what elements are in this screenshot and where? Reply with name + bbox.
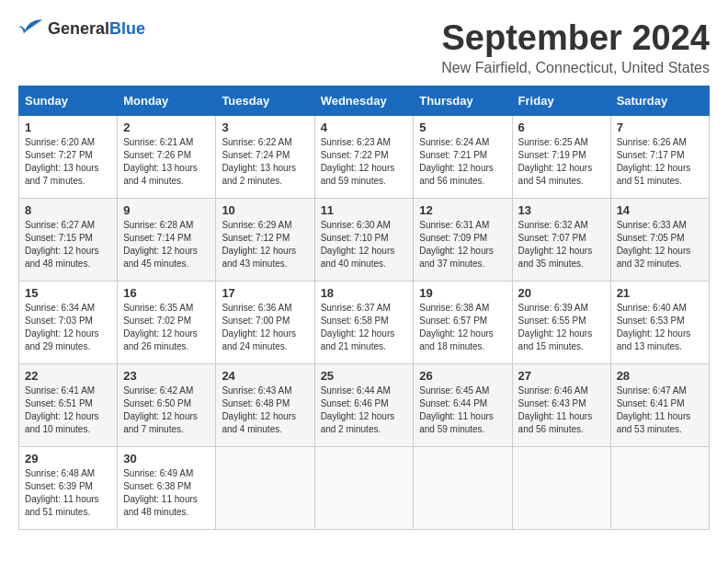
table-row [610,447,709,530]
day-info: Sunrise: 6:49 AMSunset: 6:38 PMDaylight:… [123,467,210,519]
header-sunday: Sunday [19,86,118,116]
day-number: 22 [25,369,111,383]
day-number: 23 [123,369,210,383]
day-number: 5 [419,121,506,134]
day-info: Sunrise: 6:28 AMSunset: 7:14 PMDaylight:… [123,219,210,270]
day-number: 30 [123,452,210,465]
day-number: 6 [518,121,605,134]
table-row: 20 Sunrise: 6:39 AMSunset: 6:55 PMDaylig… [512,282,610,364]
day-info: Sunrise: 6:31 AMSunset: 7:09 PMDaylight:… [419,219,506,270]
day-number: 10 [222,203,308,217]
logo-general-text: General [48,19,109,38]
day-info: Sunrise: 6:32 AMSunset: 7:07 PMDaylight:… [518,219,605,270]
day-number: 15 [25,286,111,300]
calendar-table: Sunday Monday Tuesday Wednesday Thursday… [18,86,710,530]
logo-icon [18,18,44,39]
page-header: GeneralBlue September 2024 New Fairfield… [18,18,710,76]
day-info: Sunrise: 6:23 AMSunset: 7:22 PMDaylight:… [321,136,408,188]
calendar-row-3: 15 Sunrise: 6:34 AMSunset: 7:03 PMDaylig… [19,282,710,364]
table-row: 22 Sunrise: 6:41 AMSunset: 6:51 PMDaylig… [19,364,118,447]
day-number: 13 [518,203,605,217]
title-section: September 2024 New Fairfield, Connecticu… [441,18,710,76]
calendar-subtitle: New Fairfield, Connecticut, United State… [441,60,710,76]
table-row: 2 Sunrise: 6:21 AMSunset: 7:26 PMDayligh… [118,116,216,199]
day-number: 8 [25,203,111,217]
day-number: 2 [123,121,210,134]
logo-blue-text: Blue [109,19,145,38]
day-number: 20 [518,286,605,300]
calendar-row-5: 29 Sunrise: 6:48 AMSunset: 6:39 PMDaylig… [19,447,710,530]
table-row: 11 Sunrise: 6:30 AMSunset: 7:10 PMDaylig… [314,199,414,282]
day-number: 17 [222,286,308,300]
day-info: Sunrise: 6:20 AMSunset: 7:27 PMDaylight:… [25,136,111,188]
table-row: 28 Sunrise: 6:47 AMSunset: 6:41 PMDaylig… [610,364,709,447]
day-info: Sunrise: 6:41 AMSunset: 6:51 PMDaylight:… [25,385,111,436]
table-row: 5 Sunrise: 6:24 AMSunset: 7:21 PMDayligh… [414,116,512,199]
table-row [314,447,414,530]
day-info: Sunrise: 6:22 AMSunset: 7:24 PMDaylight:… [222,136,308,188]
day-info: Sunrise: 6:30 AMSunset: 7:10 PMDaylight:… [321,219,408,270]
calendar-title: September 2024 [441,18,710,58]
table-row: 14 Sunrise: 6:33 AMSunset: 7:05 PMDaylig… [610,199,709,282]
table-row: 18 Sunrise: 6:37 AMSunset: 6:58 PMDaylig… [314,282,414,364]
day-number: 14 [617,203,703,217]
table-row: 4 Sunrise: 6:23 AMSunset: 7:22 PMDayligh… [314,116,414,199]
day-number: 29 [25,452,111,465]
day-info: Sunrise: 6:36 AMSunset: 7:00 PMDaylight:… [222,302,308,353]
logo: GeneralBlue [18,18,145,39]
header-wednesday: Wednesday [314,86,414,116]
table-row: 10 Sunrise: 6:29 AMSunset: 7:12 PMDaylig… [216,199,314,282]
table-row [216,447,314,530]
day-info: Sunrise: 6:38 AMSunset: 6:57 PMDaylight:… [419,302,506,353]
day-info: Sunrise: 6:47 AMSunset: 6:41 PMDaylight:… [617,385,703,436]
calendar-row-4: 22 Sunrise: 6:41 AMSunset: 6:51 PMDaylig… [19,364,710,447]
day-info: Sunrise: 6:45 AMSunset: 6:44 PMDaylight:… [419,385,506,436]
day-info: Sunrise: 6:29 AMSunset: 7:12 PMDaylight:… [222,219,308,270]
calendar-row-1: 1 Sunrise: 6:20 AMSunset: 7:27 PMDayligh… [19,116,710,199]
day-info: Sunrise: 6:48 AMSunset: 6:39 PMDaylight:… [25,467,111,519]
day-info: Sunrise: 6:24 AMSunset: 7:21 PMDaylight:… [419,136,506,188]
day-number: 18 [321,286,408,300]
table-row: 29 Sunrise: 6:48 AMSunset: 6:39 PMDaylig… [19,447,118,530]
header-friday: Friday [512,86,610,116]
table-row: 21 Sunrise: 6:40 AMSunset: 6:53 PMDaylig… [610,282,709,364]
day-info: Sunrise: 6:34 AMSunset: 7:03 PMDaylight:… [25,302,111,353]
day-info: Sunrise: 6:46 AMSunset: 6:43 PMDaylight:… [518,385,605,436]
table-row: 1 Sunrise: 6:20 AMSunset: 7:27 PMDayligh… [19,116,118,199]
day-number: 26 [419,369,506,383]
day-info: Sunrise: 6:33 AMSunset: 7:05 PMDaylight:… [617,219,703,270]
day-info: Sunrise: 6:43 AMSunset: 6:48 PMDaylight:… [222,385,308,436]
table-row: 19 Sunrise: 6:38 AMSunset: 6:57 PMDaylig… [414,282,512,364]
calendar-row-2: 8 Sunrise: 6:27 AMSunset: 7:15 PMDayligh… [19,199,710,282]
day-number: 11 [321,203,408,217]
day-number: 24 [222,369,308,383]
day-number: 25 [321,369,408,383]
table-row [414,447,512,530]
header-thursday: Thursday [414,86,512,116]
day-number: 9 [123,203,210,217]
day-number: 7 [617,121,703,134]
day-info: Sunrise: 6:25 AMSunset: 7:19 PMDaylight:… [518,136,605,188]
header-monday: Monday [118,86,216,116]
table-row: 25 Sunrise: 6:44 AMSunset: 6:46 PMDaylig… [314,364,414,447]
day-info: Sunrise: 6:35 AMSunset: 7:02 PMDaylight:… [123,302,210,353]
day-number: 3 [222,121,308,134]
day-number: 1 [25,121,111,134]
day-info: Sunrise: 6:39 AMSunset: 6:55 PMDaylight:… [518,302,605,353]
day-number: 12 [419,203,506,217]
day-info: Sunrise: 6:21 AMSunset: 7:26 PMDaylight:… [123,136,210,188]
table-row: 7 Sunrise: 6:26 AMSunset: 7:17 PMDayligh… [610,116,709,199]
day-number: 28 [617,369,703,383]
table-row: 9 Sunrise: 6:28 AMSunset: 7:14 PMDayligh… [118,199,216,282]
table-row [512,447,610,530]
day-info: Sunrise: 6:44 AMSunset: 6:46 PMDaylight:… [321,385,408,436]
table-row: 3 Sunrise: 6:22 AMSunset: 7:24 PMDayligh… [216,116,314,199]
table-row: 26 Sunrise: 6:45 AMSunset: 6:44 PMDaylig… [414,364,512,447]
table-row: 6 Sunrise: 6:25 AMSunset: 7:19 PMDayligh… [512,116,610,199]
table-row: 13 Sunrise: 6:32 AMSunset: 7:07 PMDaylig… [512,199,610,282]
table-row: 23 Sunrise: 6:42 AMSunset: 6:50 PMDaylig… [118,364,216,447]
day-info: Sunrise: 6:27 AMSunset: 7:15 PMDaylight:… [25,219,111,270]
table-row: 30 Sunrise: 6:49 AMSunset: 6:38 PMDaylig… [118,447,216,530]
day-info: Sunrise: 6:26 AMSunset: 7:17 PMDaylight:… [617,136,703,188]
day-number: 27 [518,369,605,383]
